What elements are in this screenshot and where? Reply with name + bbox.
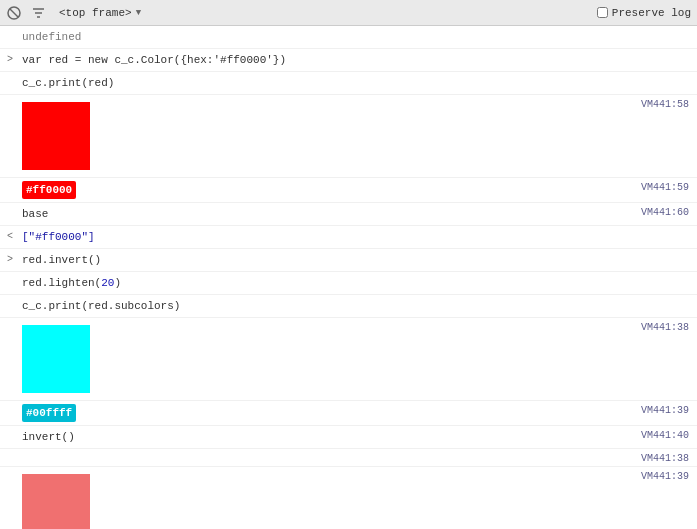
row-gutter: > [0,51,18,65]
row-gutter [0,180,18,182]
source-link[interactable]: VM441:58 [641,99,689,110]
row-content: red.invert() [18,251,697,269]
row-content: ["#ff0000"] [18,228,697,246]
row-source[interactable]: VM441:39 [641,403,697,416]
row-gutter [0,205,18,207]
row-gutter [0,297,18,299]
source-link[interactable]: VM441:39 [641,405,689,416]
return-arrow: < [7,231,13,242]
row-content: c_c.print(red) [18,74,697,92]
row-text: red.invert() [22,254,101,266]
row-gutter [0,320,18,322]
row-gutter: > [0,251,18,265]
row-text: undefined [22,31,81,43]
row-gutter [0,74,18,76]
row-gutter [0,469,18,471]
console-row: red.lighten(20) [0,272,697,295]
console-toolbar: <top frame> ▼ Preserve log [0,0,697,26]
color-swatch-salmon [22,474,90,529]
preserve-log-label[interactable]: Preserve log [612,7,691,19]
source-link[interactable]: VM441:40 [641,430,689,441]
row-source[interactable]: VM441:38 [641,320,697,333]
dropdown-icon: ▼ [136,8,141,18]
row-content: #ff0000 [18,180,641,200]
console-content: undefined > var red = new c_c.Color({hex… [0,26,697,529]
row-content [18,451,641,453]
row-content [18,97,641,175]
row-gutter: < [0,228,18,242]
row-content: var red = new c_c.Color({hex:'#ff0000'}) [18,51,697,69]
row-content: undefined [18,28,697,46]
frame-label: <top frame> [59,7,132,19]
console-row: < ["#ff0000"] [0,226,697,249]
row-text: red.lighten(20) [22,277,121,289]
source-link[interactable]: VM441:38 [641,322,689,333]
row-text: invert() [22,431,75,443]
input-arrow: > [7,254,13,265]
console-row: c_c.print(red.subcolors) [0,295,697,318]
row-gutter [0,28,18,30]
console-row: invert() VM441:40 [0,426,697,449]
preserve-log-checkbox[interactable] [597,7,608,18]
row-source[interactable]: VM441:60 [641,205,697,218]
preserve-log-container: Preserve log [597,7,691,19]
frame-selector[interactable]: <top frame> ▼ [54,5,146,21]
console-row: > var red = new c_c.Color({hex:'#ff0000'… [0,49,697,72]
row-content [18,320,641,398]
row-content: invert() [18,428,641,446]
input-arrow: > [7,54,13,65]
row-gutter [0,451,18,453]
color-label-cyan: #00ffff [22,404,76,422]
row-content: red.lighten(20) [18,274,697,292]
console-row: VM441:38 [0,449,697,467]
console-row: VM441:39 [0,467,697,529]
row-gutter [0,97,18,99]
filter-icon[interactable] [30,5,46,21]
console-row: VM441:58 [0,95,697,178]
row-content [18,469,641,529]
console-row: > red.invert() [0,249,697,272]
row-source[interactable]: VM441:38 [641,451,697,464]
source-link[interactable]: VM441:38 [641,453,689,464]
row-gutter [0,428,18,430]
source-link[interactable]: VM441:59 [641,182,689,193]
row-gutter [0,403,18,405]
row-gutter [0,274,18,276]
console-row: #00ffff VM441:39 [0,401,697,426]
clear-console-icon[interactable] [6,5,22,21]
row-source[interactable]: VM441:40 [641,428,697,441]
console-row: base VM441:60 [0,203,697,226]
row-content: base [18,205,641,223]
color-swatch-cyan [22,325,90,393]
devtools-console: <top frame> ▼ Preserve log undefined > v… [0,0,697,529]
source-link[interactable]: VM441:60 [641,207,689,218]
svg-line-1 [10,9,18,17]
source-link[interactable]: VM441:39 [641,471,689,482]
color-label-red: #ff0000 [22,181,76,199]
row-content: c_c.print(red.subcolors) [18,297,697,315]
row-text: c_c.print(red.subcolors) [22,300,180,312]
row-source[interactable]: VM441:58 [641,97,697,110]
row-text: ["#ff0000"] [22,231,95,243]
row-source[interactable]: VM441:39 [641,469,697,482]
row-source[interactable]: VM441:59 [641,180,697,193]
console-row: #ff0000 VM441:59 [0,178,697,203]
console-row: VM441:38 [0,318,697,401]
color-swatch-red [22,102,90,170]
row-text: var red = new c_c.Color({hex:'#ff0000'}) [22,54,286,66]
console-row: undefined [0,26,697,49]
row-content: #00ffff [18,403,641,423]
row-text: base [22,208,48,220]
row-text: c_c.print(red) [22,77,114,89]
console-row: c_c.print(red) [0,72,697,95]
